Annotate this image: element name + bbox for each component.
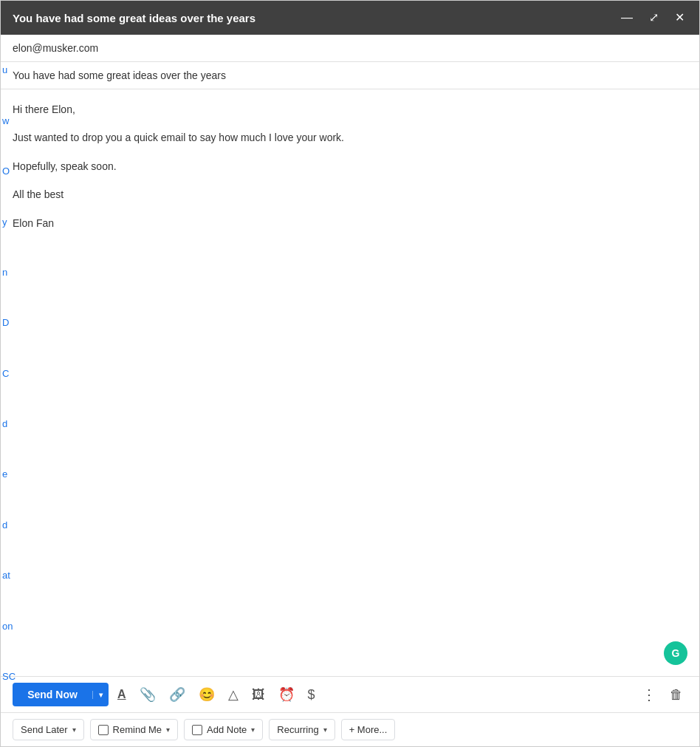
edge-char: y (2, 214, 17, 231)
body-line-1: Hi there Elon, (13, 101, 687, 117)
trash-icon: 🗑 (670, 687, 683, 703)
dollar-icon: $ (308, 687, 315, 703)
more-plus-label: + More... (349, 724, 388, 735)
grammarly-button[interactable]: G (664, 641, 687, 665)
add-note-arrow: ▾ (251, 726, 255, 734)
edge-char: at (2, 567, 17, 584)
add-note-label: Add Note (207, 724, 247, 735)
send-later-label: Send Later (21, 724, 68, 735)
image-icon: 🖼 (252, 687, 265, 703)
link-icon: 🔗 (169, 686, 185, 703)
font-format-button[interactable]: A (113, 685, 131, 704)
send-later-arrow: ▾ (72, 726, 76, 734)
close-button[interactable]: ✕ (672, 10, 687, 25)
add-note-button[interactable]: Add Note ▾ (184, 719, 263, 740)
more-options-button[interactable]: ⋮ (637, 683, 661, 706)
body-line-5: Elon Fan (13, 215, 687, 231)
to-field[interactable] (13, 42, 687, 54)
edge-char: SC (2, 668, 17, 685)
send-later-button[interactable]: Send Later ▾ (13, 719, 84, 740)
edge-char: d (2, 516, 17, 533)
recurring-arrow: ▾ (323, 726, 327, 734)
grammarly-icon: G (672, 647, 680, 659)
drive-button[interactable]: △ (224, 683, 243, 706)
remind-me-checkbox[interactable] (98, 725, 109, 735)
edge-char: n (2, 264, 17, 281)
body-line-3: Hopefully, speak soon. (13, 158, 687, 174)
to-field-row (1, 35, 699, 62)
subject-field-row (1, 62, 699, 89)
background-email-edge: u w O y n D C d e d at on SC (2, 1, 17, 746)
more-vert-icon: ⋮ (642, 686, 656, 703)
send-now-button[interactable]: Send Now ▾ (13, 683, 109, 706)
subject-field[interactable] (13, 69, 687, 81)
edge-char: on (2, 618, 17, 635)
edge-char: e (2, 465, 17, 482)
schedule-button[interactable]: ⏰ (274, 683, 299, 706)
edge-char: C (2, 365, 17, 382)
font-icon: A (117, 688, 126, 701)
emoji-button[interactable]: 😊 (194, 683, 219, 706)
add-note-checkbox[interactable] (192, 725, 202, 735)
link-button[interactable]: 🔗 (165, 683, 190, 706)
title-bar: You have had some great ideas over the y… (1, 1, 699, 35)
action-bar: Send Later ▾ Remind Me ▾ Add Note ▾ Recu… (1, 712, 699, 746)
email-body[interactable]: Hi there Elon, Just wanted to drop you a… (1, 89, 699, 676)
attachment-button[interactable]: 📎 (135, 683, 160, 706)
recurring-button[interactable]: Recurring ▾ (269, 719, 334, 740)
window-controls: — ⤢ ✕ (618, 10, 687, 25)
compose-toolbar: Send Now ▾ A 📎 🔗 😊 △ 🖼 ⏰ $ ⋮ (1, 676, 699, 712)
remind-me-arrow: ▾ (166, 726, 170, 734)
window-title: You have had some great ideas over the y… (13, 12, 255, 24)
edge-char: D (2, 314, 17, 331)
minimize-button[interactable]: — (618, 10, 636, 25)
image-button[interactable]: 🖼 (247, 684, 270, 706)
more-plus-button[interactable]: + More... (341, 719, 396, 740)
edge-char: O (2, 163, 17, 180)
schedule-icon: ⏰ (278, 686, 295, 703)
delete-draft-button[interactable]: 🗑 (665, 684, 687, 706)
attachment-icon: 📎 (140, 686, 156, 703)
remind-me-label: Remind Me (113, 724, 162, 735)
recurring-label: Recurring (277, 724, 318, 735)
body-line-4: All the best (13, 186, 687, 202)
remind-me-button[interactable]: Remind Me ▾ (90, 719, 178, 740)
drive-icon: △ (228, 686, 239, 703)
emoji-icon: 😊 (199, 686, 215, 703)
edge-char: d (2, 415, 17, 432)
send-now-arrow: ▾ (92, 691, 109, 699)
dollar-button[interactable]: $ (303, 684, 320, 706)
edge-char: w (2, 112, 17, 129)
edge-char: u (2, 61, 17, 78)
body-line-2: Just wanted to drop you a quick email to… (13, 129, 687, 146)
compose-window: u w O y n D C d e d at on SC You have ha… (0, 0, 700, 747)
send-now-label: Send Now (13, 689, 92, 700)
maximize-button[interactable]: ⤢ (646, 10, 662, 25)
